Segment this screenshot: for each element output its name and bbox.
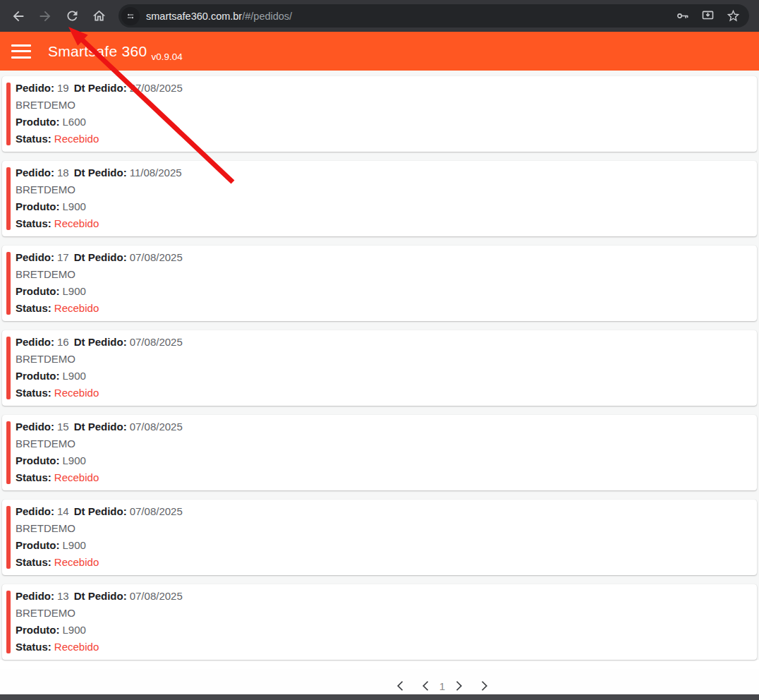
order-status-value: Recebido [54,302,99,314]
order-id-value: 15 [57,421,69,433]
order-line-status: Status:Recebido [16,131,746,147]
order-accent-bar [6,252,11,315]
key-icon [675,8,690,23]
order-status-value: Recebido [54,556,99,568]
order-customer: BRETDEMO [16,520,746,537]
first-page-button[interactable] [390,675,411,696]
order-product-value: L900 [62,200,85,212]
order-customer: BRETDEMO [16,97,746,114]
order-id-label: Pedido: [16,82,54,94]
order-accent-bar [6,337,11,399]
menu-button[interactable] [11,44,31,59]
order-date-label: Dt Pedido: [74,505,127,517]
order-line-product: Produto:L900 [16,368,746,385]
bookmark-button[interactable] [724,7,742,25]
next-page-button[interactable] [448,675,469,696]
order-card[interactable]: Pedido:16Dt Pedido:07/08/2025 BRETDEMO P… [2,330,757,406]
reload-icon [65,8,80,23]
order-status-value: Recebido [54,641,99,653]
forward-button[interactable] [34,5,56,28]
back-button[interactable] [7,5,30,28]
app-version: v0.9.04 [151,52,182,62]
order-product-value: L900 [62,285,85,297]
order-line-product: Produto:L900 [16,283,746,300]
password-manager-button[interactable] [673,7,691,25]
order-id-label: Pedido: [16,167,54,179]
order-date-value: 07/08/2025 [130,336,183,348]
order-product-label: Produto: [16,285,59,297]
order-date-value: 07/08/2025 [130,505,183,517]
app-title-wrap: Smartsafe 360 v0.9.04 [48,43,183,60]
current-page-number: 1 [439,680,445,692]
order-product-value: L900 [62,370,85,382]
order-card[interactable]: Pedido:17Dt Pedido:07/08/2025 BRETDEMO P… [2,246,757,321]
hamburger-icon [11,44,31,47]
order-line-status: Status:Recebido [16,639,746,656]
url-bar[interactable]: smartsafe360.com.br/#/pedidos/ [119,4,749,28]
order-card[interactable]: Pedido:15Dt Pedido:07/08/2025 BRETDEMO P… [2,415,757,490]
order-date-value: 07/08/2025 [130,590,183,602]
order-id-label: Pedido: [16,505,54,517]
previous-page-button[interactable] [415,675,437,696]
chevron-left-icon [419,679,433,693]
order-card[interactable]: Pedido:19Dt Pedido:27/08/2025 BRETDEMO P… [2,76,757,152]
order-date-label: Dt Pedido: [74,251,127,263]
app-header: Smartsafe 360 v0.9.04 [0,32,759,71]
order-date-label: Dt Pedido: [74,421,127,433]
order-id-label: Pedido: [16,251,54,263]
order-card[interactable]: Pedido:13Dt Pedido:07/08/2025 BRETDEMO P… [2,584,757,660]
url-text[interactable]: smartsafe360.com.br/#/pedidos/ [146,11,673,22]
order-card[interactable]: Pedido:14Dt Pedido:07/08/2025 BRETDEMO P… [2,500,757,575]
home-button[interactable] [87,5,110,28]
order-id-value: 18 [57,167,69,179]
order-id-label: Pedido: [16,421,54,433]
order-date-value: 07/08/2025 [130,251,183,263]
chevron-right-icon [451,679,466,693]
order-customer: BRETDEMO [16,435,746,452]
order-date-label: Dt Pedido: [74,167,127,179]
site-settings-icon [125,11,136,22]
order-accent-bar [6,83,11,145]
last-page-button[interactable] [473,675,494,696]
order-line-product: Produto:L900 [16,537,746,554]
order-line-product: Produto:L600 [16,114,746,131]
order-line-status: Status:Recebido [16,215,746,232]
order-status-label: Status: [16,641,51,653]
chevron-right-icon [477,679,491,693]
order-accent-bar [6,591,11,653]
order-line-id-date: Pedido:17Dt Pedido:07/08/2025 [16,249,746,266]
order-product-value: L900 [62,454,85,466]
order-id-value: 17 [57,251,69,263]
order-status-label: Status: [16,471,51,483]
order-product-label: Produto: [16,539,59,551]
order-status-value: Recebido [54,387,99,399]
order-line-id-date: Pedido:15Dt Pedido:07/08/2025 [16,418,746,435]
order-id-value: 13 [57,590,69,602]
order-line-id-date: Pedido:14Dt Pedido:07/08/2025 [16,503,746,520]
order-date-label: Dt Pedido: [74,590,127,602]
install-app-button[interactable] [698,7,717,25]
order-customer: BRETDEMO [16,351,746,368]
order-product-label: Produto: [16,624,59,636]
order-line-status: Status:Recebido [16,554,746,571]
order-line-status: Status:Recebido [16,385,746,402]
order-list: Pedido:19Dt Pedido:27/08/2025 BRETDEMO P… [0,71,759,660]
order-product-label: Produto: [16,370,59,382]
order-status-value: Recebido [54,471,99,483]
home-icon [92,8,107,23]
order-line-id-date: Pedido:13Dt Pedido:07/08/2025 [16,588,746,605]
reload-button[interactable] [61,5,83,28]
site-settings-button[interactable] [121,7,140,25]
order-status-value: Recebido [54,217,99,229]
order-line-id-date: Pedido:16Dt Pedido:07/08/2025 [16,334,746,351]
order-status-label: Status: [16,133,51,145]
order-line-product: Produto:L900 [16,622,746,639]
order-accent-bar [6,506,11,569]
order-status-label: Status: [16,387,51,399]
order-card[interactable]: Pedido:18Dt Pedido:11/08/2025 BRETDEMO P… [2,161,757,236]
url-domain: smartsafe360.com.br [146,11,242,22]
app-title: Smartsafe 360 [48,43,147,60]
order-product-label: Produto: [16,116,59,128]
order-date-value: 27/08/2025 [130,82,183,94]
order-date-value: 07/08/2025 [130,421,183,433]
